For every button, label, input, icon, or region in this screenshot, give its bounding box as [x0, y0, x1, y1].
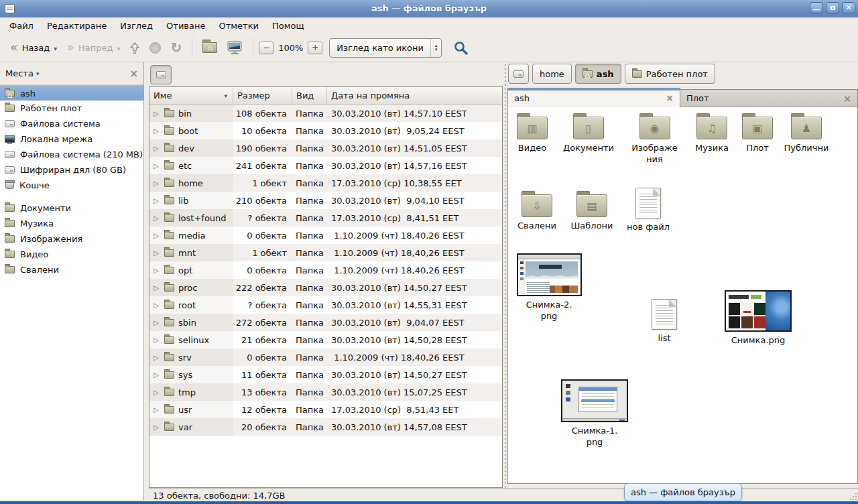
maximize-button[interactable] — [826, 2, 839, 13]
table-row[interactable]: ▷var 20 обекта Папка 30.03.2010 (вт) 14,… — [149, 418, 502, 436]
menu-view[interactable]: Изглед — [113, 19, 160, 33]
expander-icon[interactable]: ▷ — [152, 424, 160, 431]
sidebar-item-music[interactable]: Музика — [0, 216, 143, 231]
breadcrumb-home-button[interactable]: home — [532, 64, 572, 84]
expander-icon[interactable]: ▷ — [152, 406, 160, 414]
table-row[interactable]: ▷etc 241 обекта Папка 30.03.2010 (вт) 14… — [149, 157, 502, 174]
menu-go[interactable]: Отиване — [160, 19, 212, 33]
table-row[interactable]: ▷media 0 обекта Папка 1.10.2009 (чт) 18,… — [149, 227, 502, 244]
expander-icon[interactable]: ▷ — [152, 162, 160, 170]
table-row[interactable]: ▷sys 11 обекта Папка 30.03.2010 (вт) 14,… — [149, 366, 502, 383]
minimize-button[interactable]: — — [810, 2, 823, 13]
expander-icon[interactable]: ▷ — [152, 249, 160, 257]
icon-item-public[interactable]: ♟ Публични — [778, 113, 835, 153]
close-button[interactable]: ✕ — [842, 2, 855, 13]
column-header-name[interactable]: Име ▾ — [149, 87, 233, 104]
expander-icon[interactable]: ▷ — [152, 302, 160, 309]
column-header-size[interactable]: Размер — [233, 87, 292, 104]
table-row[interactable]: ▷usr 12 обекта Папка 17.03.2010 (ср) 8,5… — [149, 401, 502, 418]
expander-icon[interactable]: ▷ — [152, 110, 160, 117]
desktop-folder-icon: ▣ — [742, 117, 773, 139]
table-row[interactable]: ▷tmp 13 обекта Папка 30.03.2010 (вт) 15,… — [149, 383, 502, 401]
table-row[interactable]: ▷root ? обекта Папка 30.03.2010 (вт) 14,… — [149, 296, 502, 314]
menu-file[interactable]: Файл — [3, 19, 40, 33]
icon-item-new-file[interactable]: нов файл — [620, 188, 676, 233]
view-mode-combobox[interactable]: Изглед като икони ▴▾ — [329, 38, 442, 58]
table-row[interactable]: ▷proc 222 обекта Папка 30.03.2010 (вт) 1… — [149, 279, 502, 296]
expander-icon[interactable]: ▷ — [152, 127, 160, 135]
icon-item-snimka-2[interactable]: Снимка-2.png — [515, 253, 583, 322]
sidebar-item-ash[interactable]: ⌂ ash — [0, 85, 143, 101]
places-selector[interactable]: Места ▾ — [5, 68, 39, 78]
table-row[interactable]: ▷sbin 272 обекта Папка 30.03.2010 (вт) 9… — [149, 314, 502, 331]
sidebar-item-downloads[interactable]: Свалени — [0, 262, 143, 277]
table-row[interactable]: ▷mnt 1 обект Папка 1.10.2009 (чт) 18,40,… — [149, 244, 502, 261]
zoom-out-button[interactable]: − — [259, 42, 273, 54]
expander-icon[interactable]: ▷ — [152, 284, 160, 292]
sidebar-item-trash[interactable]: Кошче — [0, 178, 143, 193]
breadcrumb-desktop-button[interactable]: Работен плот — [625, 64, 715, 84]
breadcrumb-ash-button[interactable]: ⌂ ash — [575, 64, 621, 84]
table-row[interactable]: ▷lib 210 обекта Папка 30.03.2010 (вт) 9,… — [149, 192, 502, 209]
pane-splitter-handle[interactable] — [503, 64, 507, 488]
icon-item-desktop[interactable]: ▣ Плот — [729, 113, 786, 153]
sidebar-item-encrypted-80gb[interactable]: Шифриран дял (80 GB) — [0, 162, 143, 178]
column-header-date[interactable]: Дата на промяна — [327, 87, 502, 104]
icon-item-templates[interactable]: ▤ Шаблони — [564, 190, 620, 231]
menu-bookmarks[interactable]: Отметки — [212, 19, 265, 33]
icon-item-list[interactable]: list — [636, 299, 692, 344]
table-row[interactable]: ▷boot 10 обекта Папка 30.03.2010 (вт) 9,… — [149, 122, 502, 139]
expander-icon[interactable]: ▷ — [152, 336, 160, 344]
table-row[interactable]: ▷bin 108 обекта Папка 30.03.2010 (вт) 14… — [149, 105, 502, 122]
table-row[interactable]: ▷lost+found ? обекта Папка 17.03.2010 (с… — [149, 209, 502, 227]
tab-close-icon[interactable]: × — [660, 92, 674, 103]
reload-button[interactable] — [166, 37, 186, 58]
table-row[interactable]: ▷srv 0 обекта Папка 1.10.2009 (чт) 18,40… — [149, 349, 502, 366]
expander-icon[interactable]: ▷ — [152, 145, 160, 152]
icon-item-snimka-1[interactable]: Снимка-1.png — [561, 379, 628, 448]
expander-icon[interactable]: ▷ — [152, 197, 160, 204]
table-row[interactable]: ▷home 1 обект Папка 17.03.2010 (ср) 10,3… — [149, 174, 502, 192]
expander-icon[interactable]: ▷ — [152, 180, 160, 187]
expander-icon[interactable]: ▷ — [152, 389, 160, 396]
sidebar-item-pictures[interactable]: Изображения — [0, 231, 143, 247]
expander-icon[interactable]: ▷ — [152, 354, 160, 361]
search-button[interactable] — [448, 38, 473, 58]
resize-grip[interactable] — [849, 492, 857, 500]
tab-ash[interactable]: ash × — [507, 88, 680, 107]
left-pane-root-button[interactable] — [150, 65, 172, 84]
expander-icon[interactable]: ▷ — [152, 267, 160, 274]
expander-icon[interactable]: ▷ — [152, 371, 160, 379]
sidebar-item-videos[interactable]: Видео — [0, 247, 143, 262]
table-row[interactable]: ▷dev 190 обекта Папка 30.03.2010 (вт) 14… — [149, 139, 502, 157]
computer-button[interactable] — [222, 38, 247, 58]
home-button[interactable]: ⌂ — [198, 40, 222, 56]
tab-plot[interactable]: Плот × — [680, 89, 858, 107]
sidebar-item-documents[interactable]: Документи — [0, 200, 143, 216]
menu-edit[interactable]: Редактиране — [40, 19, 113, 33]
expander-icon[interactable]: ▷ — [152, 214, 160, 222]
icon-item-videos[interactable]: ▥ Видео — [507, 113, 560, 153]
column-header-type[interactable]: Вид — [292, 87, 327, 104]
sidebar-item-desktop[interactable]: Работен плот — [0, 101, 143, 116]
sidebar-item-filesystem-210mb[interactable]: Файлова система (210 MB) — [0, 147, 143, 162]
expander-icon[interactable]: ▷ — [152, 319, 160, 326]
icon-item-downloads[interactable]: ⇩ Свалени — [509, 190, 565, 231]
sidebar-item-network[interactable]: Локална мрежа — [0, 131, 143, 147]
back-button[interactable]: Назад — [5, 40, 62, 56]
icon-item-documents[interactable]: ▯ Документи — [560, 113, 617, 153]
icon-item-snimka[interactable]: Снимка.png — [725, 290, 792, 346]
back-history-caret-icon[interactable] — [54, 43, 57, 53]
up-button[interactable] — [125, 39, 145, 57]
breadcrumb-root-button[interactable] — [508, 64, 529, 84]
sidebar-item-filesystem[interactable]: Файлова система — [0, 116, 143, 131]
forward-button[interactable]: Напред — [62, 40, 125, 56]
menu-help[interactable]: Помощ — [265, 19, 311, 33]
tab-close-icon[interactable]: × — [838, 93, 851, 104]
table-row[interactable]: ▷opt 0 обекта Папка 1.10.2009 (чт) 18,40… — [149, 261, 502, 279]
expander-icon[interactable]: ▷ — [152, 232, 160, 239]
sidebar-close-icon[interactable]: × — [129, 68, 138, 80]
table-row[interactable]: ▷selinux 21 обекта Папка 30.03.2010 (вт)… — [149, 331, 502, 349]
zoom-in-button[interactable]: + — [308, 42, 322, 54]
icon-item-pictures[interactable]: ◉ Изображения — [629, 113, 680, 165]
